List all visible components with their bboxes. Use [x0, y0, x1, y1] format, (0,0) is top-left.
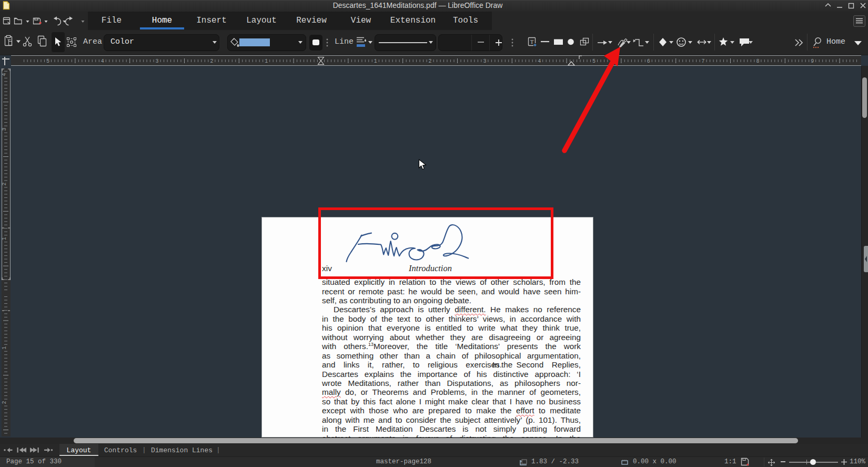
svg-text:2: 2 — [429, 58, 432, 64]
svg-text:3: 3 — [483, 58, 486, 64]
svg-text:8: 8 — [756, 58, 759, 64]
svg-text:9: 9 — [811, 58, 814, 64]
svg-text:1: 1 — [374, 58, 377, 64]
svg-text:4: 4 — [2, 73, 7, 76]
svg-text:5: 5 — [46, 58, 49, 64]
svg-text:1: 1 — [2, 346, 7, 350]
svg-text:4: 4 — [538, 58, 541, 64]
svg-text:2: 2 — [210, 58, 213, 64]
svg-text:3: 3 — [156, 58, 159, 64]
svg-text:1: 1 — [265, 58, 268, 64]
svg-text:3: 3 — [2, 128, 7, 131]
svg-text:6: 6 — [647, 58, 650, 64]
svg-text:2: 2 — [2, 182, 7, 185]
svg-text:2: 2 — [2, 401, 7, 404]
svg-text:T: T — [530, 38, 534, 45]
svg-text:7: 7 — [702, 58, 705, 64]
svg-text:4: 4 — [101, 58, 104, 64]
svg-text:1: 1 — [2, 237, 7, 240]
